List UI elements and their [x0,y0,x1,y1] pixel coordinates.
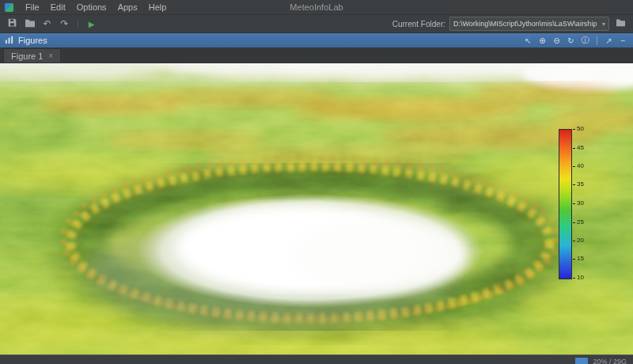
colorbar-tick: 35 [573,181,584,188]
colorbar-tick: 15 [573,256,584,262]
main-toolbar: ↶ ↷ ▶ Current Folder: D:\Working\MIScrip… [0,15,633,33]
toolbar-separator [78,19,78,29]
menu-file[interactable]: File [20,2,45,12]
current-folder-label: Current Folder: [392,20,445,28]
undo-button[interactable]: ↶ [40,17,55,31]
save-button[interactable] [5,17,20,31]
colorbar-tick: 40 [573,163,584,169]
undo-icon: ↶ [43,18,51,29]
float-window-icon[interactable]: ↗ [604,36,614,45]
redo-icon: ↷ [60,18,68,29]
menu-help[interactable]: Help [143,2,172,12]
figure-area: 50 45 40 35 30 25 20 15 10 [0,63,633,355]
redo-button[interactable]: ↷ [57,17,72,31]
current-folder-combobox[interactable]: D:\Working\MIScript\Jython\mis\LaSW\airs… [449,17,609,31]
pointer-tool-icon[interactable]: ↖ [523,36,533,45]
menu-apps[interactable]: Apps [112,2,143,12]
figures-panel-title: Figures [18,36,47,45]
minimize-panel-icon[interactable]: − [618,36,628,45]
colorbar-tick: 25 [573,219,584,226]
figure-toolbar: ↖ ⊕ ⊖ ↻ ⓘ ↗ − [523,35,628,46]
zoom-in-icon[interactable]: ⊕ [537,36,548,45]
current-folder-group: Current Folder: D:\Working\MIScript\Jyth… [392,17,628,31]
figures-panel-icon [5,33,13,47]
colorbar-tick: 30 [573,200,584,207]
current-folder-value: D:\Working\MIScript\Jython\mis\LaSW\airs… [453,20,600,28]
memory-indicator[interactable] [575,358,588,364]
colorbar-tick: 10 [573,275,584,281]
save-icon [7,17,17,30]
tab-label: Figure 1 [11,51,43,61]
menu-bar: MeteoInfoLab File Edit Options Apps Help [0,0,633,15]
zoom-out-icon[interactable]: ⊖ [552,36,562,45]
colorbar-ticks: 50 45 40 35 30 25 20 15 10 [573,129,595,278]
colorbar-tick: 20 [573,237,584,244]
tab-figure-1[interactable]: Figure 1 × [3,48,61,63]
memory-usage-text: 20% / 29G [593,358,627,364]
colorbar-tick: 50 [573,126,584,132]
figures-panel-header: Figures ↖ ⊕ ⊖ ↻ ⓘ ↗ − [0,33,633,47]
open-button[interactable] [22,17,37,31]
chevron-down-icon[interactable]: ▾ [602,21,605,28]
info-icon[interactable]: ⓘ [580,35,590,46]
close-tab-icon[interactable]: × [48,51,53,60]
status-bar: 20% / 29G [0,355,633,364]
folder-icon [25,18,36,30]
run-script-button[interactable]: ▶ [84,17,99,31]
rotate-icon[interactable]: ↻ [566,36,576,45]
menu-edit[interactable]: Edit [45,2,71,12]
surface-plot-3d[interactable] [0,63,633,355]
browse-folder-button[interactable] [613,17,628,31]
browse-folder-icon [616,18,626,29]
header-separator [597,36,597,45]
figure-tab-bar: Figure 1 × [0,47,633,63]
app-logo-icon [5,3,13,12]
menu-options[interactable]: Options [71,2,112,12]
run-icon: ▶ [89,20,95,28]
colorbar-tick: 45 [573,145,584,151]
meteoinfolab-window: MeteoInfoLab File Edit Options Apps Help… [0,0,633,364]
colorbar [559,129,572,279]
